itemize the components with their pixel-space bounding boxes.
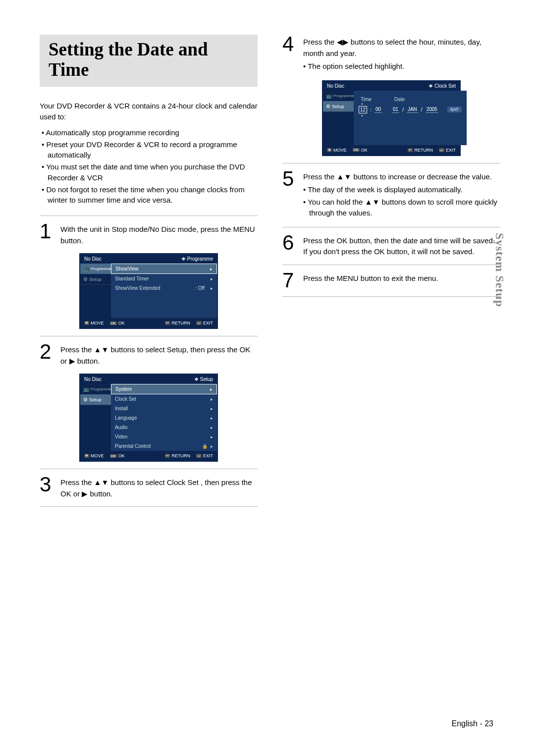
sidebar-setup: ⚙Setup: [323, 101, 354, 111]
step-5: 5 Press the ▲▼ buttons to increase or de…: [282, 169, 500, 220]
step-number: 3: [40, 475, 55, 494]
date-label: Date: [394, 97, 405, 102]
step-number: 2: [40, 342, 55, 361]
bullet: Preset your DVD Recorder & VCR to record…: [42, 139, 258, 161]
osd-setup: No Disc ❖ Setup 📺Programme ⚙Setup System…: [79, 374, 218, 462]
step-3: 3 Press the ▲▼ buttons to select Clock S…: [40, 475, 258, 499]
intro-bullets: Automatically stop programme recording P…: [40, 127, 258, 206]
step-number: 6: [282, 233, 298, 252]
menu-showview: ShowView▸: [111, 264, 217, 274]
menu-showview-ext: ShowView Extended: Off▸: [111, 283, 217, 293]
page-footer: English - 23: [452, 719, 494, 728]
step-text: With the unit in Stop mode/No Disc mode,…: [60, 222, 258, 246]
menu-install: Install▸: [111, 404, 217, 413]
year-value: 2005: [426, 106, 438, 113]
intro-text: Your DVD Recorder & VCR contains a 24-ho…: [40, 101, 258, 122]
divider: [282, 227, 500, 227]
step-text: Press the ▲▼ buttons to select Setup, th…: [60, 342, 258, 367]
menu-language: Language▸: [111, 413, 217, 423]
step-text: Press the ▲▼ buttons to increase or decr…: [303, 172, 492, 181]
left-column: Setting the Date and Time Your DVD Recor…: [40, 35, 258, 513]
right-column: 4 Press the ◀▶ buttons to select the hou…: [282, 35, 500, 513]
step-text: Press the ◀▶ buttons to select the hour,…: [303, 38, 482, 57]
sidebar-programme: 📺Programme: [80, 384, 111, 394]
menu-video: Video▸: [111, 432, 217, 441]
bullet: The day of the week is displayed automat…: [303, 184, 500, 196]
step-number: 7: [282, 271, 298, 290]
osd-programme: No Disc ❖ Programme 📺Programme ⚙Setup Sh…: [79, 253, 218, 329]
osd-label: No Disc: [84, 256, 102, 262]
step-text: Press the ▲▼ buttons to select Clock Set…: [60, 475, 258, 499]
menu-clockset: Clock Set▸: [111, 394, 217, 404]
divider: [40, 336, 258, 336]
osd-clockset: No Disc ❖ Clock Set 📺Programme ⚙Setup Ti…: [322, 80, 461, 156]
section-tab: System Setup: [493, 233, 506, 307]
divider: [40, 506, 258, 507]
bullet: Do not forgot to reset the time when you…: [42, 184, 258, 206]
bullet: You can hold the ▲▼ buttons down to scro…: [303, 197, 500, 219]
sidebar-programme: 📺Programme: [80, 264, 111, 274]
gear-icon: ⚙: [83, 276, 88, 282]
divider: [40, 469, 258, 469]
sidebar-setup: ⚙Setup: [80, 274, 111, 284]
step-number: 1: [40, 222, 55, 241]
gear-icon: ⚙: [83, 397, 88, 402]
hour-value: 12: [359, 106, 367, 113]
lock-icon: 🔒: [202, 444, 208, 449]
sidebar-programme: 📺Programme: [323, 91, 354, 101]
menu-standard-timer: Standard Timer▸: [111, 274, 217, 283]
divider: [282, 296, 500, 297]
step-7: 7 Press the MENU button to exit the menu…: [282, 271, 500, 290]
step-2: 2 Press the ▲▼ buttons to select Setup, …: [40, 342, 258, 367]
bullet: You must set the date and time when you …: [42, 162, 258, 183]
minute-value: 00: [374, 106, 382, 113]
menu-system: System▸: [111, 384, 217, 394]
bullet: The option selected highlight.: [303, 61, 500, 72]
step-number: 5: [282, 169, 298, 188]
step-1: 1 With the unit in Stop mode/No Disc mod…: [40, 222, 258, 246]
step-text: Press the OK button, then the date and t…: [303, 233, 500, 258]
section-title: Setting the Date and Time: [40, 35, 258, 87]
menu-audio: Audio▸: [111, 423, 217, 432]
tv-icon: 📺: [326, 93, 332, 99]
step-number: 4: [282, 35, 298, 54]
tv-icon: 📺: [83, 386, 89, 392]
title-text: Setting the Date and Time: [49, 40, 249, 80]
step-text: Press the MENU button to exit the menu.: [303, 271, 500, 284]
divider: [282, 265, 500, 265]
bullet: Automatically stop programme recording: [42, 127, 258, 138]
divider: [282, 163, 500, 163]
divider: [40, 216, 258, 216]
gear-icon: ⚙: [326, 104, 330, 109]
step-4: 4 Press the ◀▶ buttons to select the hou…: [282, 35, 500, 73]
menu-parental: Parental Control🔒▸: [111, 441, 217, 451]
day-value: 01: [392, 106, 399, 113]
time-label: Time: [361, 97, 372, 102]
tv-icon: 📺: [83, 266, 89, 271]
step-6: 6 Press the OK button, then the date and…: [282, 233, 500, 258]
month-value: JAN: [407, 106, 418, 113]
weekday-value: SAT: [447, 107, 462, 112]
sidebar-setup: ⚙Setup: [80, 394, 111, 405]
